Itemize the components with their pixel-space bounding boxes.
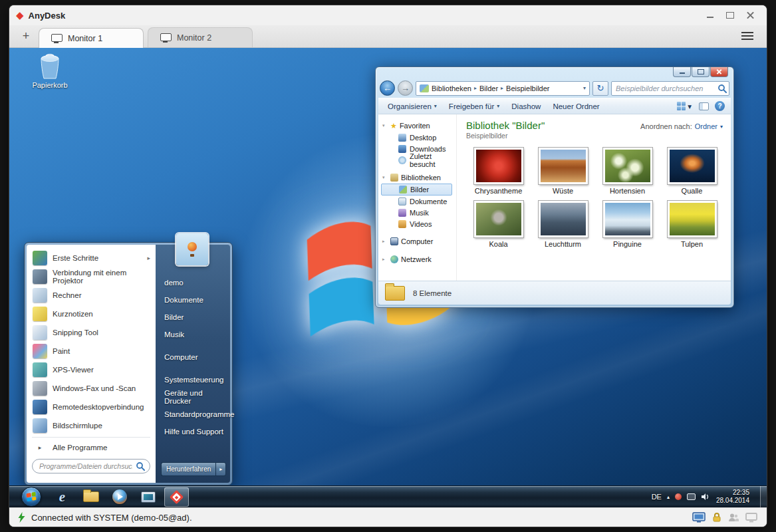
picture-item[interactable]: Leuchtturm [531,201,595,248]
shutdown-button[interactable]: Herunterfahren [161,462,215,476]
start-menu-item[interactable]: Windows-Fax und -Scan [27,379,156,398]
breadcrumb-segment[interactable]: Bilder [479,84,498,92]
folder-icon [385,286,405,301]
expander-icon[interactable]: ▸ [382,257,388,262]
tab-monitor-1[interactable]: Monitor 1 [39,28,144,48]
menu-icon[interactable] [741,32,753,41]
nav-item-music[interactable]: Musik [381,207,456,218]
start-menu-item[interactable]: Rechner [27,286,156,305]
anydesk-titlebar: ◆ AnyDesk [9,5,767,25]
start-menu-music[interactable]: Musik [156,326,230,343]
breadcrumb-segment[interactable]: Bibliotheken [432,84,471,92]
picture-item[interactable]: Chrysantheme [466,148,531,195]
shutdown-options-arrow[interactable]: ▸ [215,462,226,476]
start-button[interactable] [21,487,41,507]
address-dropdown-icon[interactable]: ▾ [583,85,586,91]
nav-item-documents[interactable]: Dokumente [381,196,456,207]
start-menu-user[interactable]: demo [156,274,230,291]
picture-item[interactable]: Qualle [660,148,724,195]
explorer-search-input[interactable] [611,81,729,96]
remote-desktop[interactable]: Papierkorb ← → Bibliotheken [9,48,767,507]
nav-item-videos[interactable]: Videos [381,218,456,229]
nav-item-recent[interactable]: Zuletzt besucht [381,154,456,166]
start-menu-devices[interactable]: Geräte und Drucker [156,388,230,406]
back-button[interactable]: ← [380,80,395,96]
arrange-by-value[interactable]: Ordner [695,122,717,130]
show-desktop-button[interactable] [760,486,767,508]
start-menu-computer[interactable]: Computer [156,348,230,366]
breadcrumb-segment[interactable]: Beispielbilder [506,84,549,92]
tray-expand-icon[interactable]: ▴ [667,494,670,500]
preview-pane-icon[interactable] [699,102,709,110]
action-center-icon[interactable] [675,493,682,500]
picture-item[interactable]: Wüste [531,148,595,195]
volume-icon[interactable] [701,493,710,501]
new-folder-button[interactable]: Neuer Ordner [547,100,604,112]
tab-monitor-2[interactable]: Monitor 2 [148,27,253,47]
monitor-icon [160,33,172,43]
start-menu-item[interactable]: XPS-Viewer [27,360,156,379]
help-icon[interactable]: ? [715,101,725,111]
start-menu-pictures[interactable]: Bilder [156,309,230,326]
expander-icon[interactable]: ▸ [382,239,388,244]
minimize-button[interactable] [700,9,720,22]
picture-item[interactable]: Hortensien [595,148,660,195]
getting-started-icon [33,251,47,265]
refresh-button[interactable]: ↻ [592,81,608,96]
explorer-close-button[interactable] [710,67,728,77]
new-tab-button[interactable]: + [19,29,33,43]
projector-icon [33,269,47,284]
taskbar-anydesk[interactable] [164,487,189,507]
nav-group-libraries[interactable]: ▾ Bibliotheken [381,172,456,184]
taskbar-explorer[interactable] [78,487,103,507]
picture-item[interactable]: Koala [466,201,531,248]
nav-group-favorites[interactable]: ▾ ★ Favoriten [381,120,456,132]
taskbar-internet-explorer[interactable]: e [50,487,74,507]
grid-view-icon [677,102,686,111]
picture-name: Tulpen [660,240,724,248]
views-button[interactable]: ▾ [674,100,695,112]
picture-item[interactable]: Tulpen [660,201,724,248]
start-menu-help[interactable]: Hilfe und Support [156,423,230,440]
maximize-button[interactable] [720,9,740,22]
monitor-icon [51,34,63,43]
organize-button[interactable]: Organisieren ▾ [382,100,442,112]
caret-down-icon: ▾ [434,103,437,109]
nav-item-desktop[interactable]: Desktop [381,132,456,143]
explorer-titlebar: ← → Bibliotheken ▸ Bilder ▸ Beispielbild… [378,67,731,98]
start-menu-default-programs[interactable]: Standardprogramme [156,406,230,423]
start-search-input[interactable] [32,459,150,473]
start-menu-item[interactable]: Paint [27,342,156,360]
nav-item-pictures[interactable]: Bilder [381,184,452,196]
network-tray-icon[interactable] [687,493,696,500]
language-indicator[interactable]: DE [652,493,662,501]
start-menu-item[interactable]: Erste Schritte ▸ [27,249,156,267]
tab-label: Monitor 1 [68,34,102,43]
forward-button[interactable]: → [398,80,413,96]
nav-item-computer[interactable]: ▸ Computer [381,235,456,247]
explorer-minimize-button[interactable] [673,67,691,77]
recycle-bin[interactable]: Papierkorb [28,53,72,89]
start-menu-item[interactable]: Remotedesktopverbindung [27,398,156,416]
expander-icon[interactable]: ▾ [382,175,388,180]
close-button[interactable] [740,9,760,22]
start-menu-item[interactable]: Snipping Tool [27,323,156,342]
taskbar-clock[interactable]: 22:35 28.04.2014 [716,489,749,505]
start-menu-control-panel[interactable]: Systemsteuerung [156,371,230,388]
start-menu-item[interactable]: Bildschirmlupe [27,416,156,435]
taskbar-app[interactable] [136,487,160,507]
slideshow-button[interactable]: Diashow [506,100,546,112]
start-menu-item[interactable]: Kurznotizen [27,305,156,323]
expander-icon[interactable]: ▾ [382,123,388,128]
share-button[interactable]: Freigeben für ▾ [444,100,505,112]
picture-item[interactable]: Pinguine [595,201,660,248]
user-avatar[interactable] [176,233,208,265]
breadcrumb[interactable]: Bibliotheken ▸ Bilder ▸ Beispielbilder ▾ [416,81,590,96]
start-menu-item[interactable]: Verbindung mit einem Projektor [27,267,156,286]
nav-item-network[interactable]: ▸ Netzwerk [381,253,456,265]
nav-group-label: Favoriten [400,122,430,130]
all-programs-item[interactable]: ▸ Alle Programme [27,440,156,456]
start-menu-documents[interactable]: Dokumente [156,291,230,309]
taskbar-media-player[interactable] [107,487,132,507]
explorer-maximize-button[interactable] [692,67,710,77]
